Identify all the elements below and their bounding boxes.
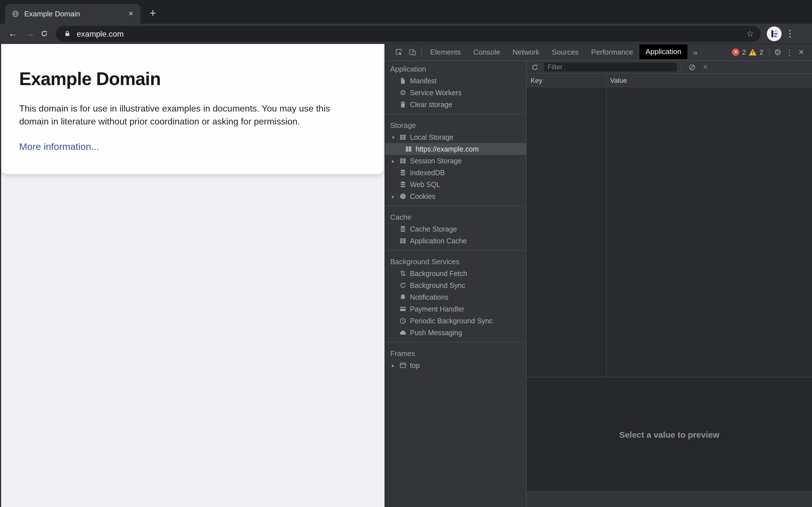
devtools-toolbar: Elements Console Network Sources Perform…: [385, 44, 812, 61]
application-sidebar: Application Manifest ⚙ Service Workers: [385, 61, 527, 507]
bookmark-star-icon[interactable]: ☆: [746, 29, 754, 39]
value-preview-pane: Select a value to preview: [527, 378, 812, 492]
sidebar-item-background-sync[interactable]: Background Sync: [385, 279, 526, 291]
console-badges[interactable]: ✕ 2 ! 2: [732, 48, 763, 56]
section-cache: Cache Cache Storage Application Cache: [385, 206, 526, 247]
database-icon: [399, 169, 407, 176]
tab-console[interactable]: Console: [467, 44, 506, 61]
section-title: Storage: [385, 119, 526, 131]
sidebar-item-notifications[interactable]: Notifications: [385, 291, 526, 303]
section-background-services: Background Services ⇅ Background Fetch B…: [385, 250, 526, 339]
forward-icon[interactable]: →: [21, 28, 38, 39]
tab-elements[interactable]: Elements: [424, 44, 467, 61]
browser-tab[interactable]: Example Domain ✕: [5, 4, 140, 24]
web-page: Example Domain This domain is for use in…: [0, 44, 385, 507]
clock-icon: [399, 317, 407, 325]
device-toolbar-icon[interactable]: [405, 45, 419, 59]
lock-icon: [64, 30, 71, 37]
trash-icon: [399, 101, 407, 108]
bell-icon: [399, 293, 407, 301]
sync-icon: [399, 282, 407, 289]
tab-network[interactable]: Network: [506, 44, 546, 61]
sidebar-item-background-fetch[interactable]: ⇅ Background Fetch: [385, 268, 526, 279]
storage-filter-bar: ✕: [527, 61, 812, 74]
more-tabs-icon[interactable]: »: [688, 48, 703, 57]
credit-card-icon: [399, 305, 407, 313]
settings-gear-icon[interactable]: ⚙: [774, 47, 781, 57]
more-information-link[interactable]: More information...: [19, 142, 99, 153]
profile-avatar[interactable]: [767, 26, 781, 41]
browser-window: Example Domain ✕ + ← → example.com ☆ ⋮: [0, 0, 812, 507]
new-tab-button[interactable]: +: [144, 4, 161, 21]
file-icon: [399, 77, 407, 84]
storage-table-body[interactable]: [527, 87, 812, 378]
sidebar-item-push-messaging[interactable]: Push Messaging: [385, 327, 526, 339]
globe-favicon-icon: [12, 10, 19, 17]
back-icon[interactable]: ←: [4, 28, 21, 39]
browser-menu-icon[interactable]: ⋮: [781, 28, 799, 39]
sidebar-item-payment-handler[interactable]: Payment Handler: [385, 303, 526, 315]
section-storage: Storage ▾ Local Storage https://example.…: [385, 114, 526, 202]
page-heading: Example Domain: [19, 69, 361, 90]
tab-sources[interactable]: Sources: [546, 44, 585, 61]
warning-count: 2: [760, 48, 763, 56]
table-icon: [405, 145, 412, 153]
avatar-logo-icon: [767, 26, 781, 41]
chevron-right-icon[interactable]: ▸: [392, 193, 399, 199]
section-application: Application Manifest ⚙ Service Workers: [385, 62, 526, 110]
chevron-right-icon[interactable]: ▸: [392, 158, 399, 164]
clear-all-icon[interactable]: [689, 63, 696, 71]
sidebar-item-application-cache[interactable]: Application Cache: [385, 235, 526, 247]
gear-icon: ⚙: [399, 89, 407, 96]
error-count: 2: [742, 48, 746, 56]
refresh-icon[interactable]: [531, 63, 539, 71]
column-divider[interactable]: [606, 74, 607, 378]
up-down-arrows-icon: ⇅: [399, 270, 407, 277]
sidebar-item-manifest[interactable]: Manifest: [385, 75, 526, 87]
error-badge-icon: ✕: [732, 48, 739, 56]
chevron-down-icon[interactable]: ▾: [392, 134, 399, 140]
sidebar-item-top-frame[interactable]: ▸ top: [385, 359, 526, 371]
browser-toolbar: ← → example.com ☆ ⋮: [0, 24, 812, 44]
section-title: Background Services: [385, 255, 526, 268]
sidebar-item-session-storage[interactable]: ▸ Session Storage: [385, 155, 526, 167]
inspect-element-icon[interactable]: [392, 45, 405, 59]
divider: [681, 63, 682, 71]
sidebar-item-local-storage-origin[interactable]: https://example.com: [385, 143, 526, 155]
database-icon: [399, 181, 407, 188]
tab-title: Example Domain: [24, 10, 126, 18]
storage-table-header: Key Value: [527, 74, 812, 87]
table-icon: [399, 237, 407, 244]
page-paragraph: This domain is for use in illustrative e…: [19, 102, 352, 128]
delete-selected-icon[interactable]: ✕: [703, 63, 708, 71]
devtools-menu-icon[interactable]: ⋮: [784, 48, 795, 57]
sidebar-item-indexeddb[interactable]: IndexedDB: [385, 167, 526, 179]
divider: [421, 48, 422, 57]
column-header-value[interactable]: Value: [606, 74, 812, 87]
url-text[interactable]: example.com: [77, 29, 746, 38]
table-icon: [399, 157, 407, 165]
database-icon: [399, 225, 407, 233]
table-icon: [399, 133, 407, 141]
sidebar-item-clear-storage[interactable]: Clear storage: [385, 99, 526, 110]
sidebar-item-cache-storage[interactable]: Cache Storage: [385, 223, 526, 235]
sidebar-item-service-workers[interactable]: ⚙ Service Workers: [385, 87, 526, 99]
section-title: Frames: [385, 347, 526, 359]
frame-icon: [399, 362, 407, 369]
tab-close-icon[interactable]: ✕: [126, 9, 136, 19]
tab-application[interactable]: Application: [639, 44, 688, 59]
devtools-close-icon[interactable]: ✕: [795, 48, 808, 56]
sidebar-item-web-sql[interactable]: Web SQL: [385, 179, 526, 190]
section-title: Application: [385, 62, 526, 75]
reload-icon[interactable]: [41, 30, 48, 37]
filter-input[interactable]: [544, 62, 677, 71]
tab-performance[interactable]: Performance: [585, 44, 640, 61]
address-bar[interactable]: example.com ☆: [56, 25, 761, 41]
sidebar-item-cookies[interactable]: ▸ Cookies: [385, 190, 526, 202]
chevron-right-icon[interactable]: ▸: [392, 362, 399, 368]
divider: [769, 48, 769, 57]
devtools-panel: Elements Console Network Sources Perform…: [385, 44, 812, 507]
column-header-key[interactable]: Key: [527, 74, 606, 87]
sidebar-item-local-storage[interactable]: ▾ Local Storage: [385, 131, 526, 143]
sidebar-item-periodic-background-sync[interactable]: Periodic Background Sync: [385, 315, 526, 327]
